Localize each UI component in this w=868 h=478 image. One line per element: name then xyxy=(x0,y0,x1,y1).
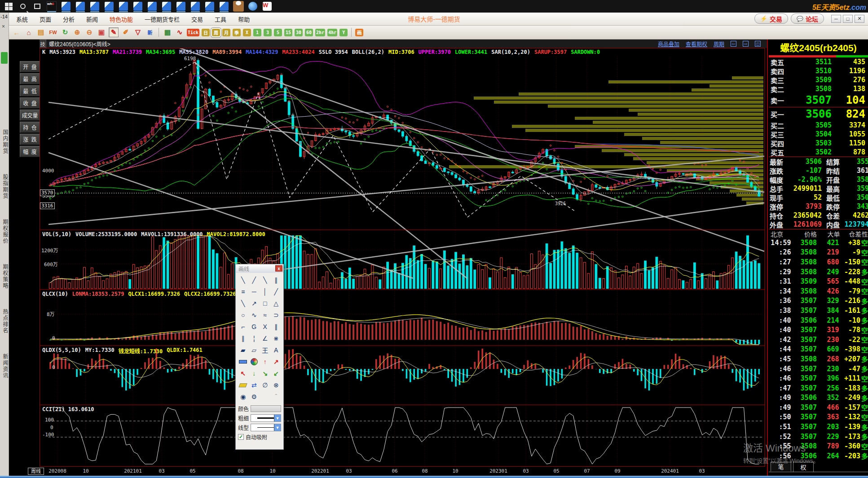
palette-tool-icon-3[interactable]: ∥ xyxy=(271,274,282,286)
menu-item-2[interactable]: 分析 xyxy=(57,13,80,25)
palette-tool-icon-23[interactable]: ⋇ xyxy=(271,333,282,344)
sidebar-item-2[interactable]: 期权报价 xyxy=(1,219,9,244)
panel-tab-权[interactable]: 权 xyxy=(793,462,814,472)
palette-tool-icon-31[interactable]: ↗ xyxy=(271,356,282,368)
palette-tool-icon-13[interactable]: ∿ xyxy=(249,309,260,321)
news-page-icon[interactable]: ▤ xyxy=(36,27,46,37)
sidebar-item-3[interactable]: 期权策略 xyxy=(1,264,9,289)
palette-tool-icon-22[interactable]: ∠ xyxy=(260,333,271,344)
palette-tool-icon-4[interactable]: ≡ xyxy=(238,286,249,298)
draw-line-icon[interactable]: ✎ xyxy=(109,27,119,37)
chart-link-2[interactable]: 周期 xyxy=(714,40,724,48)
palette-tool-icon-36[interactable] xyxy=(238,379,249,391)
zoom-in-icon[interactable]: ⊕ xyxy=(72,27,82,37)
forum-button[interactable]: 💬论坛 xyxy=(791,13,824,24)
field-button-3[interactable]: 收 盘 xyxy=(20,97,40,109)
period-button-季[interactable]: 季 xyxy=(233,29,241,36)
linetype-dropdown[interactable]: ▼ xyxy=(251,424,281,431)
palette-titlebar[interactable]: 画线 x xyxy=(236,264,283,273)
menu-item-0[interactable]: 系统 xyxy=(11,13,33,25)
trade-button[interactable]: ⚡交易 xyxy=(754,13,788,24)
palette-tool-icon-43[interactable]: ˆ xyxy=(271,391,282,403)
period-button-Y[interactable]: Y xyxy=(339,29,348,36)
field-button-4[interactable]: 成交量 xyxy=(20,110,40,121)
palette-tool-icon-35[interactable]: ↙ xyxy=(271,368,282,379)
app-window-icon[interactable] xyxy=(175,0,187,12)
period-button-30[interactable]: 30 xyxy=(295,29,303,36)
app-window-icon[interactable] xyxy=(218,0,230,12)
app-window-icon[interactable] xyxy=(118,0,129,12)
app-wh6-icon[interactable]: wh6 xyxy=(46,0,57,12)
wps-icon[interactable]: W xyxy=(261,0,273,12)
palette-tool-icon-10[interactable]: □ xyxy=(260,298,271,309)
fw-icon[interactable]: FW xyxy=(48,27,58,37)
app-window-icon[interactable] xyxy=(89,0,101,12)
overlay-icon[interactable]: ▣ xyxy=(97,27,106,37)
palette-tool-icon-19[interactable]: ∥ xyxy=(271,321,282,333)
palette-tool-icon-32[interactable]: ↖ xyxy=(238,368,249,379)
palette-tool-icon-12[interactable]: ○ xyxy=(238,309,249,321)
palette-tool-icon-18[interactable]: X xyxy=(260,321,271,333)
menu-item-7[interactable]: 工具 xyxy=(209,13,232,25)
field-button-0[interactable]: 开 盘 xyxy=(20,61,40,72)
sidebar-item-4[interactable]: 热点排名 xyxy=(1,309,9,334)
period-button-4hr[interactable]: 4hr xyxy=(327,29,337,36)
screenshot-button[interactable]: 画 xyxy=(355,29,363,36)
palette-tool-icon-34[interactable]: ↘ xyxy=(260,368,271,379)
palette-tool-icon-41[interactable]: ⚙ xyxy=(249,391,260,403)
period-button-日[interactable]: 日 xyxy=(202,29,210,36)
period-label[interactable]: 周线 xyxy=(28,468,44,475)
task-view-icon[interactable] xyxy=(31,0,43,12)
field-button-6[interactable]: 涨 跌 xyxy=(20,134,40,145)
palette-tool-icon-16[interactable]: ⌐ xyxy=(238,321,249,333)
filter-icon[interactable]: ▽ xyxy=(133,27,143,37)
palette-tool-icon-0[interactable]: ╲ xyxy=(238,274,249,286)
strip-close-icon[interactable]: × xyxy=(2,23,5,30)
palette-tool-icon-20[interactable]: ∥ xyxy=(238,333,249,344)
palette-tool-icon-21[interactable]: ¦ xyxy=(249,333,260,344)
period-button-X[interactable]: X xyxy=(243,29,251,36)
app-window-icon[interactable] xyxy=(204,0,216,12)
field-button-2[interactable]: 最 低 xyxy=(20,85,40,96)
thickness-dropdown[interactable]: ▼ xyxy=(251,414,281,422)
sidebar-item-5[interactable]: 新闻资讯 xyxy=(1,354,9,379)
start-button[interactable] xyxy=(3,0,14,12)
home-icon[interactable]: ⌂ xyxy=(24,27,34,37)
split-icon[interactable]: ◫ xyxy=(755,41,761,47)
chevron-down-icon[interactable]: ▼ xyxy=(274,415,281,421)
field-button-1[interactable]: 最 高 xyxy=(20,73,40,84)
trend-chart-icon[interactable]: ∿ xyxy=(175,27,185,37)
palette-tool-icon-40[interactable]: ◉ xyxy=(238,391,249,403)
app-window-icon[interactable] xyxy=(146,0,158,12)
palette-tool-icon-30[interactable]: ↑ xyxy=(260,356,271,368)
period-button-Tick[interactable]: Tick xyxy=(187,29,199,36)
palette-tool-icon-42[interactable] xyxy=(260,391,271,403)
menu-item-8[interactable]: 帮助 xyxy=(233,13,255,25)
palette-tool-icon-1[interactable]: ╱ xyxy=(249,274,260,286)
palette-tool-icon-2[interactable]: ╲ xyxy=(260,274,271,286)
period-button-月[interactable]: 月 xyxy=(222,29,230,36)
palette-tool-icon-27[interactable]: A xyxy=(271,344,282,356)
tech-analysis-tab[interactable]: 技 xyxy=(40,39,46,48)
app-window-icon[interactable] xyxy=(75,0,86,12)
draw-palette-window[interactable]: 画线 x ╲╱╲∥≡─│╱╲↗□△○∿≈⊃⌐GX∥∥¦∠⋇▰▱王A↑↗↖↓↘↙⇄… xyxy=(235,264,284,450)
refresh-icon[interactable]: ↻ xyxy=(60,27,70,37)
field-button-7[interactable]: 幅 度 xyxy=(20,146,40,157)
app-window-icon[interactable] xyxy=(60,0,72,12)
palette-tool-icon-9[interactable]: ↗ xyxy=(249,298,260,309)
chevron-down-icon[interactable]: ▼ xyxy=(274,424,281,431)
menu-item-3[interactable]: 新闻 xyxy=(81,13,103,25)
palette-tool-icon-11[interactable]: △ xyxy=(271,298,282,309)
palette-tool-icon-38[interactable]: ∅ xyxy=(260,379,271,391)
period-button-60[interactable]: 60 xyxy=(305,29,313,36)
app-window-icon[interactable] xyxy=(132,0,144,12)
close-button[interactable]: ✕ xyxy=(855,15,864,23)
menu-item-6[interactable]: 交易 xyxy=(186,13,208,25)
prev-icon[interactable]: ⇦ xyxy=(731,41,736,47)
menu-item-4[interactable]: 特色功能 xyxy=(104,13,138,25)
app-window-icon[interactable] xyxy=(161,0,172,12)
chart-link-0[interactable]: 商品叠加 xyxy=(658,40,679,48)
strip-green-tab[interactable] xyxy=(1,52,8,64)
period-button-15[interactable]: 15 xyxy=(284,29,292,36)
main-chart[interactable] xyxy=(40,48,765,467)
